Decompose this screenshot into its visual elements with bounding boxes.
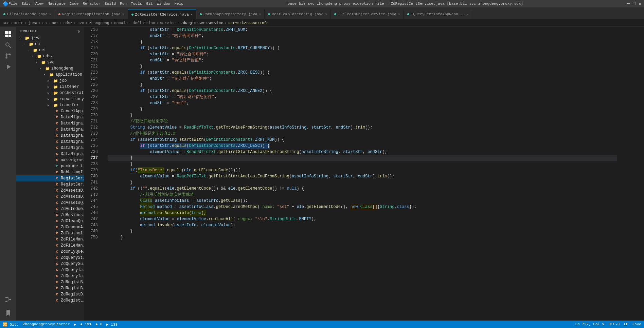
tree-item-zdbusinessplatform[interactable]: C ZdBusinessPlatformApplication bbox=[16, 212, 84, 218]
status-line-ending[interactable]: LF bbox=[624, 322, 628, 326]
tab-resttemplateconfig[interactable]: RestTemplateConfig.java ✕ bbox=[265, 9, 331, 19]
tree-item-cn[interactable]: ▾ 📁 cn bbox=[16, 41, 84, 47]
status-run[interactable]: ▶ bbox=[74, 322, 76, 327]
tab-close[interactable]: ✕ bbox=[259, 12, 261, 16]
tab-commonapprepository[interactable]: CommonAppRepository.java ✕ bbox=[196, 9, 265, 19]
menu-view[interactable]: View bbox=[35, 2, 43, 6]
tab-close[interactable]: ✕ bbox=[466, 12, 468, 16]
tree-item-datamigrate-newzhongdeng[interactable]: C DataMigrateNewZhongdengApplication bbox=[16, 133, 84, 139]
activity-debug[interactable] bbox=[3, 62, 13, 72]
code-editor[interactable]: 716 717 718 719 720 721 722 723 724 725 … bbox=[84, 27, 644, 321]
breadcrumb-method[interactable]: setYszkzrAssetInfo bbox=[228, 21, 269, 25]
tab-close[interactable]: ✕ bbox=[325, 12, 327, 16]
tree-item-java[interactable]: ▾ 📁 java bbox=[16, 35, 84, 41]
breadcrumb-java[interactable]: java bbox=[28, 21, 37, 25]
tree-item-svc[interactable]: ▾ 📁 svc bbox=[16, 59, 84, 65]
tree-item-zdassetsdefinitiontasks[interactable]: C ZdAssetsDefinitionTasksApplication bbox=[16, 194, 84, 200]
menu-help[interactable]: Help bbox=[175, 2, 183, 6]
tree-item-zdcustomizequerytask[interactable]: C ZdCustomizeQueryTaskApplication bbox=[16, 230, 84, 236]
tree-item-zdfilemanageexceptionextro[interactable]: C ZdFileManageExceptionExtroApplication bbox=[16, 243, 84, 249]
breadcrumb-service[interactable]: service bbox=[160, 21, 176, 25]
tree-item-zdquerysubjectmanage[interactable]: C ZdQuerySubjectManageApplication bbox=[16, 261, 84, 267]
menu-window[interactable]: Window bbox=[157, 2, 171, 6]
breadcrumb-cdsz[interactable]: cdsz bbox=[64, 21, 72, 25]
activity-git[interactable] bbox=[3, 51, 13, 61]
status-git[interactable]: 🔀 Git: bbox=[3, 322, 19, 327]
tree-item-zdcleanquerytask[interactable]: C ZdCleanQueryTaskApplication bbox=[16, 218, 84, 224]
breadcrumb-cn[interactable]: cn bbox=[42, 21, 47, 25]
tree-item-zdregistblquery[interactable]: C ZdRegistBlQueryApplication bbox=[16, 285, 84, 291]
tree-item-datamigrate-authcenter[interactable]: C DataMigrateAuthcenterApplication bbox=[16, 114, 84, 120]
breadcrumb-net[interactable]: net bbox=[52, 21, 58, 25]
code-content[interactable]: startStr = DefinitionConstants.ZRHT_NUM;… bbox=[108, 27, 617, 321]
tree-item-zdquerystandard[interactable]: C ZdQueryStandardApplication bbox=[16, 255, 84, 261]
menu-run[interactable]: Run bbox=[120, 2, 127, 6]
tab-close[interactable]: ✕ bbox=[122, 12, 124, 16]
menu-build[interactable]: Build bbox=[105, 2, 116, 6]
tree-item-cancelapplication[interactable]: C CancelApplication bbox=[16, 108, 84, 114]
menu-file[interactable]: File bbox=[8, 2, 17, 6]
tree-item-zdassetsdescconfig[interactable]: C ZdAssetsDescConfigApplication bbox=[16, 188, 84, 194]
tree-item-package-info[interactable]: P package-info.java bbox=[16, 163, 84, 169]
window-controls[interactable]: ─ □ ✕ bbox=[627, 1, 641, 7]
activity-explorer[interactable] bbox=[3, 30, 13, 39]
tree-item-transfer[interactable]: ▶ 📁 transfer bbox=[16, 102, 84, 108]
breadcrumb-definition[interactable]: definition bbox=[132, 21, 155, 25]
tree-item-datamigrate-glbpm[interactable]: C DataMigrateGlBpmApplication bbox=[16, 127, 84, 133]
breadcrumb-zhongdeng[interactable]: zhongdeng bbox=[89, 21, 109, 25]
tree-item-orchestration[interactable]: ▶ 📂 orchestration bbox=[16, 90, 84, 96]
activity-bookmarks[interactable] bbox=[3, 308, 13, 318]
tree-item-registcertapplication[interactable]: C RegistCertApplication bbox=[16, 175, 84, 181]
menu-code[interactable]: Code bbox=[70, 2, 78, 6]
tree-item-datamigrate-zhongdengcontext[interactable]: C DataMigrateZhongdengDataContextApplica… bbox=[16, 157, 84, 163]
tree-item-rabbitmqinfo[interactable]: C RabbitmqInfoApplication bbox=[16, 169, 84, 175]
tree-item-zdquerytaskextro[interactable]: C ZdQueryTaskExtroApplication bbox=[16, 273, 84, 279]
maximize-button[interactable]: □ bbox=[633, 1, 636, 7]
tree-item-datamigrate-context[interactable]: C DataMigrateContextApplication bbox=[16, 120, 84, 127]
menu-navigate[interactable]: Navigate bbox=[48, 2, 66, 6]
tree-item-job[interactable]: ▶ 📁 job bbox=[16, 78, 84, 84]
tab-close[interactable]: ✕ bbox=[49, 12, 51, 16]
breadcrumb-zdregistcertservice[interactable]: ZdRegistCertService bbox=[181, 21, 223, 25]
status-line-col[interactable]: Ln 737, Col 9 bbox=[575, 322, 605, 326]
activity-structure[interactable] bbox=[3, 295, 13, 304]
tree-item-datamigrate-reistercert[interactable]: C DataMigrateReisterCertApplication bbox=[16, 145, 84, 151]
breadcrumb-domain[interactable]: domain bbox=[114, 21, 128, 25]
tab-zdregistcertservice[interactable]: ZdRegistCertService.java ✕ bbox=[128, 9, 196, 19]
breadcrumb-svc[interactable]: svc bbox=[77, 21, 84, 25]
minimize-button[interactable]: ─ bbox=[627, 1, 630, 7]
tree-item-datamigrate-save[interactable]: C DataMigrateSaveApplication bbox=[16, 151, 84, 157]
tab-registcertapplication[interactable]: RegistCertApplication.java ✕ bbox=[55, 9, 128, 19]
breadcrumb-src[interactable]: src bbox=[3, 21, 10, 25]
menu-edit[interactable]: Edit bbox=[21, 2, 30, 6]
tree-item-zdregistlist[interactable]: C ZdRegistListApplication bbox=[16, 297, 84, 304]
tree-item-zdregistbl[interactable]: C ZdRegistBlApplication bbox=[16, 279, 84, 285]
tree-item-zdfilemanage[interactable]: C ZdFileManageApplication bbox=[16, 236, 84, 243]
menu-git[interactable]: Git bbox=[146, 2, 153, 6]
tree-item-datamigrate-oldzhongdeng[interactable]: C DataMigrateOldZhongdengApplication bbox=[16, 139, 84, 145]
tree-item-zhongdeng[interactable]: ▾ 📁 zhongdeng bbox=[16, 65, 84, 72]
tab-fileapifacade[interactable]: FileApiFacade.java ✕ bbox=[0, 9, 55, 19]
tree-item-application[interactable]: ▾ 📁 application bbox=[16, 72, 84, 78]
status-encoding[interactable]: UTF-8 bbox=[608, 322, 620, 326]
tab-iquerycertinfoapprepository[interactable]: IQueryCertInfoAppRepo... ✕ bbox=[404, 9, 472, 19]
tab-close[interactable]: ✕ bbox=[191, 13, 193, 17]
tree-item-net[interactable]: ▾ 📁 net bbox=[16, 47, 84, 53]
activity-search[interactable] bbox=[3, 40, 13, 50]
tab-iselectsubjectservice[interactable]: ISelectSubjectService.java ✕ bbox=[331, 9, 404, 19]
tab-close[interactable]: ✕ bbox=[398, 12, 400, 16]
tree-item-listener[interactable]: ▶ 📁 listener bbox=[16, 84, 84, 90]
tree-item-zdassetsquery[interactable]: C ZdAssetsQueryApplication bbox=[16, 200, 84, 206]
tree-item-zdregistdefinitiontasks[interactable]: C ZdRegistDefinitionTasksApplication bbox=[16, 291, 84, 297]
tree-item-zdautoquery[interactable]: C ZdAutoQueryApplication bbox=[16, 206, 84, 212]
tree-item-cdsz[interactable]: ▾ 📁 cdsz bbox=[16, 53, 84, 59]
close-button[interactable]: ✕ bbox=[639, 1, 641, 7]
tree-item-zdcommon[interactable]: C ZdCommonApplication bbox=[16, 224, 84, 230]
tree-item-repository[interactable]: ▶ 📁 repository bbox=[16, 96, 84, 102]
status-language[interactable]: Java bbox=[632, 322, 641, 326]
menu-tools[interactable]: Tools bbox=[131, 2, 142, 6]
tree-item-zdquerytask[interactable]: C ZdQueryTaskApplication bbox=[16, 267, 84, 273]
tree-item-zdonlyquerytask[interactable]: C ZdOnlyQueryTaskApplication bbox=[16, 249, 84, 255]
tree-item-registcertextro[interactable]: C RegistCertExtroApplication bbox=[16, 181, 84, 188]
breadcrumb-main[interactable]: main bbox=[14, 21, 23, 25]
